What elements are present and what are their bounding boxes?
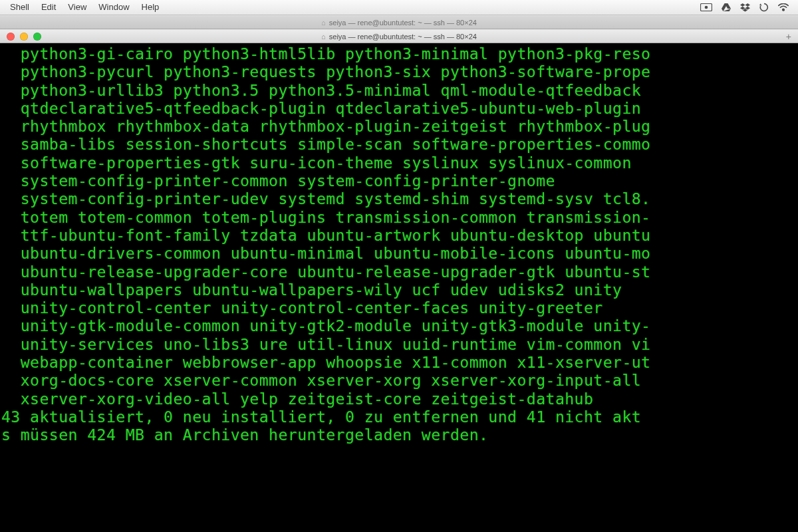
window-traffic-lights bbox=[7, 33, 41, 41]
dropbox-icon[interactable] bbox=[740, 3, 750, 12]
screen-share-icon[interactable] bbox=[700, 3, 712, 11]
menu-view[interactable]: View bbox=[62, 0, 92, 15]
menubar-status-area bbox=[700, 3, 798, 12]
new-tab-button[interactable]: + bbox=[786, 32, 791, 41]
close-window-button[interactable] bbox=[7, 33, 15, 41]
window-tabstrip-inactive: ⌂seiya — rene@ubuntutest: ~ — ssh — 80×2… bbox=[0, 15, 798, 29]
menubar-menus: Shell Edit View Window Help bbox=[0, 0, 165, 15]
tab-inactive[interactable]: ⌂seiya — rene@ubuntutest: ~ — ssh — 80×2… bbox=[321, 19, 477, 27]
tab-inactive-label: seiya — rene@ubuntutest: ~ — ssh — 80×24 bbox=[329, 19, 477, 27]
menu-help[interactable]: Help bbox=[136, 0, 166, 15]
menu-window[interactable]: Window bbox=[92, 0, 135, 15]
home-icon: ⌂ bbox=[321, 33, 326, 41]
menu-edit[interactable]: Edit bbox=[35, 0, 62, 15]
minimize-window-button[interactable] bbox=[20, 33, 28, 41]
sync-icon[interactable] bbox=[759, 3, 769, 12]
tab-active[interactable]: ⌂seiya — rene@ubuntutest: ~ — ssh — 80×2… bbox=[321, 33, 477, 41]
google-drive-icon[interactable] bbox=[722, 3, 731, 12]
wifi-icon[interactable] bbox=[778, 3, 789, 11]
terminal-output: python3-gi-cairo python3-html5lib python… bbox=[1, 45, 798, 444]
home-icon: ⌂ bbox=[321, 19, 326, 27]
svg-point-1 bbox=[705, 6, 708, 9]
svg-point-2 bbox=[783, 9, 785, 11]
menu-shell[interactable]: Shell bbox=[4, 0, 35, 15]
terminal-viewport[interactable]: python3-gi-cairo python3-html5lib python… bbox=[0, 43, 798, 532]
tab-active-label: seiya — rene@ubuntutest: ~ — ssh — 80×24 bbox=[329, 33, 477, 41]
zoom-window-button[interactable] bbox=[33, 33, 41, 41]
window-tabstrip-active: ⌂seiya — rene@ubuntutest: ~ — ssh — 80×2… bbox=[0, 29, 798, 43]
macos-menubar: Shell Edit View Window Help bbox=[0, 0, 798, 15]
